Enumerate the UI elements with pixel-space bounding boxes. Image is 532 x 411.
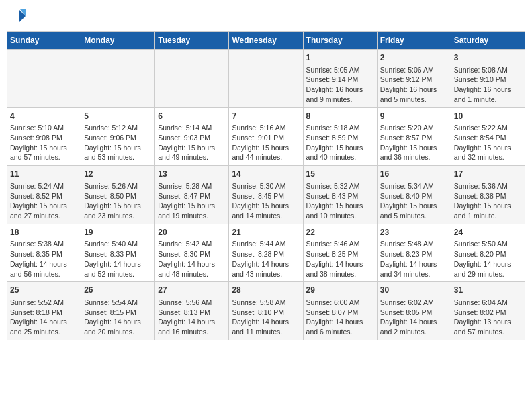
cell-date: 6	[158, 111, 226, 122]
cell-info: Sunrise: 5:20 AM Sunset: 8:57 PM Dayligh…	[380, 123, 448, 163]
cell-info: Sunrise: 5:50 AM Sunset: 8:20 PM Dayligh…	[454, 239, 522, 279]
calendar-cell: 20Sunrise: 5:42 AM Sunset: 8:30 PM Dayli…	[155, 224, 229, 282]
calendar-cell: 10Sunrise: 5:22 AM Sunset: 8:54 PM Dayli…	[451, 107, 525, 166]
cell-info: Sunrise: 5:32 AM Sunset: 8:43 PM Dayligh…	[306, 181, 374, 221]
cell-date: 2	[380, 52, 448, 64]
cell-info: Sunrise: 5:06 AM Sunset: 9:12 PM Dayligh…	[380, 65, 448, 105]
calendar-cell: 24Sunrise: 5:50 AM Sunset: 8:20 PM Dayli…	[451, 224, 525, 282]
cell-date: 23	[380, 227, 448, 238]
calendar-cell: 21Sunrise: 5:44 AM Sunset: 8:28 PM Dayli…	[229, 224, 303, 282]
cell-info: Sunrise: 6:00 AM Sunset: 8:07 PM Dayligh…	[306, 298, 374, 337]
calendar-cell: 1Sunrise: 5:05 AM Sunset: 9:14 PM Daylig…	[303, 50, 377, 108]
day-header-sunday: Sunday	[7, 32, 81, 50]
calendar-cell: 5Sunrise: 5:12 AM Sunset: 9:06 PM Daylig…	[81, 107, 155, 166]
week-row-2: 4Sunrise: 5:10 AM Sunset: 9:08 PM Daylig…	[7, 107, 525, 166]
cell-info: Sunrise: 6:02 AM Sunset: 8:05 PM Dayligh…	[380, 298, 448, 337]
cell-date: 21	[232, 227, 300, 238]
calendar-cell: 22Sunrise: 5:46 AM Sunset: 8:25 PM Dayli…	[303, 224, 377, 282]
cell-date: 19	[84, 227, 152, 238]
cell-date: 7	[232, 111, 300, 122]
cell-date: 16	[380, 169, 448, 180]
week-row-4: 18Sunrise: 5:38 AM Sunset: 8:35 PM Dayli…	[7, 224, 525, 282]
calendar-cell: 26Sunrise: 5:54 AM Sunset: 8:15 PM Dayli…	[81, 282, 155, 340]
cell-info: Sunrise: 5:44 AM Sunset: 8:28 PM Dayligh…	[232, 239, 300, 279]
cell-info: Sunrise: 5:54 AM Sunset: 8:15 PM Dayligh…	[84, 298, 152, 337]
day-header-friday: Friday	[377, 32, 451, 50]
cell-date: 18	[10, 227, 78, 238]
cell-info: Sunrise: 5:58 AM Sunset: 8:10 PM Dayligh…	[232, 298, 300, 337]
cell-date: 4	[10, 111, 78, 122]
cell-info: Sunrise: 5:36 AM Sunset: 8:38 PM Dayligh…	[454, 181, 522, 221]
calendar-cell: 18Sunrise: 5:38 AM Sunset: 8:35 PM Dayli…	[7, 224, 81, 282]
day-header-monday: Monday	[81, 32, 155, 50]
calendar-cell	[81, 50, 155, 108]
calendar-cell: 17Sunrise: 5:36 AM Sunset: 8:38 PM Dayli…	[451, 166, 525, 224]
calendar-cell: 25Sunrise: 5:52 AM Sunset: 8:18 PM Dayli…	[7, 282, 81, 340]
cell-date: 13	[158, 169, 226, 180]
cell-date: 30	[380, 285, 448, 296]
cell-info: Sunrise: 5:56 AM Sunset: 8:13 PM Dayligh…	[158, 298, 226, 337]
week-row-1: 1Sunrise: 5:05 AM Sunset: 9:14 PM Daylig…	[7, 50, 525, 108]
calendar-cell: 7Sunrise: 5:16 AM Sunset: 9:01 PM Daylig…	[229, 107, 303, 166]
cell-info: Sunrise: 5:28 AM Sunset: 8:47 PM Dayligh…	[158, 181, 226, 221]
cell-info: Sunrise: 5:05 AM Sunset: 9:14 PM Dayligh…	[306, 65, 374, 105]
calendar-cell: 11Sunrise: 5:24 AM Sunset: 8:52 PM Dayli…	[7, 166, 81, 224]
cell-info: Sunrise: 5:30 AM Sunset: 8:45 PM Dayligh…	[232, 181, 300, 221]
cell-info: Sunrise: 5:40 AM Sunset: 8:33 PM Dayligh…	[84, 239, 152, 279]
calendar-cell: 8Sunrise: 5:18 AM Sunset: 8:59 PM Daylig…	[303, 107, 377, 166]
calendar-cell: 4Sunrise: 5:10 AM Sunset: 9:08 PM Daylig…	[7, 107, 81, 166]
calendar-cell: 3Sunrise: 5:08 AM Sunset: 9:10 PM Daylig…	[451, 50, 525, 108]
day-header-wednesday: Wednesday	[229, 32, 303, 50]
cell-date: 3	[454, 52, 522, 64]
calendar-cell	[155, 50, 229, 108]
cell-info: Sunrise: 6:04 AM Sunset: 8:02 PM Dayligh…	[454, 298, 522, 337]
calendar-cell: 28Sunrise: 5:58 AM Sunset: 8:10 PM Dayli…	[229, 282, 303, 340]
calendar-cell: 6Sunrise: 5:14 AM Sunset: 9:03 PM Daylig…	[155, 107, 229, 166]
calendar-cell	[229, 50, 303, 108]
cell-date: 10	[454, 111, 522, 122]
calendar-cell: 31Sunrise: 6:04 AM Sunset: 8:02 PM Dayli…	[451, 282, 525, 340]
cell-info: Sunrise: 5:16 AM Sunset: 9:01 PM Dayligh…	[232, 123, 300, 163]
cell-date: 29	[306, 285, 374, 296]
calendar-cell: 19Sunrise: 5:40 AM Sunset: 8:33 PM Dayli…	[81, 224, 155, 282]
cell-info: Sunrise: 5:52 AM Sunset: 8:18 PM Dayligh…	[10, 298, 78, 337]
cell-info: Sunrise: 5:42 AM Sunset: 8:30 PM Dayligh…	[158, 239, 226, 279]
calendar-cell: 13Sunrise: 5:28 AM Sunset: 8:47 PM Dayli…	[155, 166, 229, 224]
calendar-cell: 12Sunrise: 5:26 AM Sunset: 8:50 PM Dayli…	[81, 166, 155, 224]
logo	[7, 7, 28, 26]
cell-info: Sunrise: 5:08 AM Sunset: 9:10 PM Dayligh…	[454, 65, 522, 105]
day-header-tuesday: Tuesday	[155, 32, 229, 50]
cell-info: Sunrise: 5:38 AM Sunset: 8:35 PM Dayligh…	[10, 239, 78, 279]
cell-date: 5	[84, 111, 152, 122]
cell-date: 9	[380, 111, 448, 122]
calendar-cell: 9Sunrise: 5:20 AM Sunset: 8:57 PM Daylig…	[377, 107, 451, 166]
logo-icon	[7, 7, 26, 26]
cell-info: Sunrise: 5:48 AM Sunset: 8:23 PM Dayligh…	[380, 239, 448, 279]
cell-date: 31	[454, 285, 522, 296]
calendar-cell: 15Sunrise: 5:32 AM Sunset: 8:43 PM Dayli…	[303, 166, 377, 224]
cell-date: 25	[10, 285, 78, 296]
cell-date: 17	[454, 169, 522, 180]
cell-date: 22	[306, 227, 374, 238]
cell-info: Sunrise: 5:34 AM Sunset: 8:40 PM Dayligh…	[380, 181, 448, 221]
cell-date: 24	[454, 227, 522, 238]
calendar-cell: 27Sunrise: 5:56 AM Sunset: 8:13 PM Dayli…	[155, 282, 229, 340]
week-row-5: 25Sunrise: 5:52 AM Sunset: 8:18 PM Dayli…	[7, 282, 525, 340]
cell-info: Sunrise: 5:46 AM Sunset: 8:25 PM Dayligh…	[306, 239, 374, 279]
calendar-cell: 2Sunrise: 5:06 AM Sunset: 9:12 PM Daylig…	[377, 50, 451, 108]
cell-date: 8	[306, 111, 374, 122]
calendar-cell: 23Sunrise: 5:48 AM Sunset: 8:23 PM Dayli…	[377, 224, 451, 282]
cell-info: Sunrise: 5:22 AM Sunset: 8:54 PM Dayligh…	[454, 123, 522, 163]
cell-info: Sunrise: 5:14 AM Sunset: 9:03 PM Dayligh…	[158, 123, 226, 163]
day-header-thursday: Thursday	[303, 32, 377, 50]
cell-date: 14	[232, 169, 300, 180]
cell-info: Sunrise: 5:18 AM Sunset: 8:59 PM Dayligh…	[306, 123, 374, 163]
cell-date: 15	[306, 169, 374, 180]
day-header-saturday: Saturday	[451, 32, 525, 50]
calendar-table: SundayMondayTuesdayWednesdayThursdayFrid…	[7, 31, 525, 340]
calendar-cell: 29Sunrise: 6:00 AM Sunset: 8:07 PM Dayli…	[303, 282, 377, 340]
cell-info: Sunrise: 5:24 AM Sunset: 8:52 PM Dayligh…	[10, 181, 78, 221]
calendar-cell: 14Sunrise: 5:30 AM Sunset: 8:45 PM Dayli…	[229, 166, 303, 224]
cell-date: 11	[10, 169, 78, 180]
week-row-3: 11Sunrise: 5:24 AM Sunset: 8:52 PM Dayli…	[7, 166, 525, 224]
